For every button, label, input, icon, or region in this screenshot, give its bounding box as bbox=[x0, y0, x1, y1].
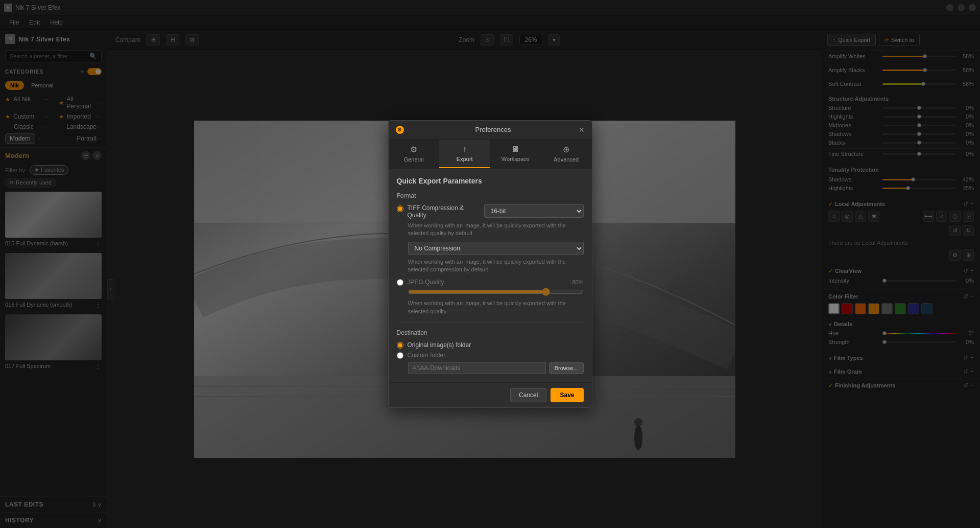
browse-button[interactable]: Browse... bbox=[549, 362, 584, 374]
modal-footer: Cancel Save bbox=[389, 382, 592, 407]
modal-tab-general[interactable]: ⚙ General bbox=[389, 140, 440, 168]
original-folder-radio[interactable] bbox=[397, 342, 403, 349]
format-label: Format bbox=[397, 192, 584, 199]
destination-label: Destination bbox=[397, 329, 584, 336]
modal-tab-advanced[interactable]: ⊕ Advanced bbox=[541, 140, 592, 168]
compression-hint: When working with an image, it will be q… bbox=[408, 258, 584, 274]
custom-folder-radio[interactable] bbox=[397, 352, 403, 359]
custom-folder-label: Custom folder bbox=[408, 352, 446, 359]
modal-body: Quick Export Parameters Format TIFF Comp… bbox=[389, 169, 592, 382]
modal-tab-export[interactable]: ↑ Export bbox=[439, 140, 490, 168]
general-tab-label: General bbox=[404, 156, 424, 163]
advanced-tab-label: Advanced bbox=[554, 156, 579, 163]
original-folder-label: Original image(s) folder bbox=[408, 341, 471, 349]
jpeg-label: JPEG Quality bbox=[408, 279, 572, 286]
modal-overlay: ⚙ Preferences ✕ ⚙ General ↑ Export 🖥 Wor… bbox=[0, 0, 980, 528]
cancel-button[interactable]: Cancel bbox=[510, 388, 546, 402]
tiff-hint: When working with an image, it will be q… bbox=[408, 222, 584, 238]
folder-path-input[interactable] bbox=[408, 362, 546, 374]
jpeg-value: 80% bbox=[572, 279, 583, 285]
export-tab-icon: ↑ bbox=[463, 145, 467, 154]
modal-tab-workspace[interactable]: 🖥 Workspace bbox=[490, 140, 541, 168]
compression-select[interactable]: No Compression bbox=[408, 242, 584, 255]
jpeg-quality-slider[interactable] bbox=[408, 288, 584, 296]
modal-titlebar: ⚙ Preferences ✕ bbox=[389, 121, 592, 140]
tiff-label: TIFF Compression & Quality bbox=[408, 204, 484, 219]
save-button[interactable]: Save bbox=[551, 388, 583, 402]
jpeg-hint: When working with an image, it will be q… bbox=[408, 300, 584, 315]
tiff-radio[interactable] bbox=[397, 205, 403, 212]
bit-depth-select[interactable]: 16-bit bbox=[484, 204, 584, 218]
export-tab-label: Export bbox=[457, 156, 473, 162]
destination-section: Destination Original image(s) folder Cus… bbox=[397, 329, 584, 374]
modal-title: Preferences bbox=[408, 126, 579, 133]
general-tab-icon: ⚙ bbox=[410, 145, 417, 154]
workspace-tab-icon: 🖥 bbox=[511, 145, 519, 154]
modal-tabs: ⚙ General ↑ Export 🖥 Workspace ⊕ Advance… bbox=[389, 140, 592, 169]
preferences-modal: ⚙ Preferences ✕ ⚙ General ↑ Export 🖥 Wor… bbox=[388, 120, 592, 408]
workspace-tab-label: Workspace bbox=[501, 156, 530, 162]
modal-section-title: Quick Export Parameters bbox=[397, 177, 584, 185]
modal-close-button[interactable]: ✕ bbox=[579, 126, 585, 134]
format-section: Format TIFF Compression & Quality 16-bit… bbox=[397, 192, 584, 315]
advanced-tab-icon: ⊕ bbox=[563, 145, 569, 154]
jpeg-radio[interactable] bbox=[397, 279, 403, 286]
